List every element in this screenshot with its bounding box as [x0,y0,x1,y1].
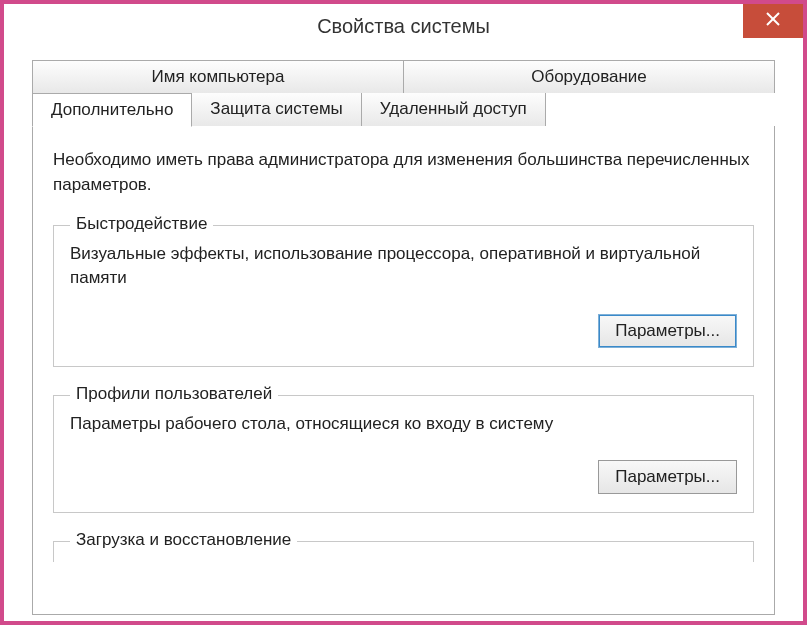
advanced-panel: Необходимо иметь права администратора дл… [32,126,775,615]
performance-legend: Быстродействие [70,214,213,234]
user-profiles-group: Профили пользователей Параметры рабочего… [53,395,754,513]
profiles-button-row: Параметры... [70,460,737,494]
tab-system-protection[interactable]: Защита системы [192,93,361,127]
window-title: Свойства системы [317,15,490,38]
titlebar: Свойства системы [4,4,803,48]
tab-remote[interactable]: Удаленный доступ [362,93,546,127]
performance-description: Визуальные эффекты, использование процес… [70,242,737,290]
content-area: Имя компьютера Оборудование Дополнительн… [4,48,803,621]
profiles-settings-button[interactable]: Параметры... [598,460,737,494]
admin-rights-note: Необходимо иметь права администратора дл… [53,148,754,197]
tab-computer-name[interactable]: Имя компьютера [32,60,403,93]
tab-advanced[interactable]: Дополнительно [32,93,192,127]
bottom-tab-row: Дополнительно Защита системы Удаленный д… [32,93,775,127]
close-button[interactable] [743,4,803,38]
close-icon [765,11,781,32]
startup-recovery-group: Загрузка и восстановление [53,541,754,562]
performance-settings-button[interactable]: Параметры... [598,314,737,348]
startup-legend: Загрузка и восстановление [70,530,297,550]
performance-button-row: Параметры... [70,314,737,348]
profiles-legend: Профили пользователей [70,384,278,404]
performance-group: Быстродействие Визуальные эффекты, испол… [53,225,754,367]
system-properties-window: Свойства системы Имя компьютера Оборудов… [4,4,803,621]
top-tab-row: Имя компьютера Оборудование [32,60,775,93]
tab-hardware[interactable]: Оборудование [403,60,775,93]
profiles-description: Параметры рабочего стола, относящиеся ко… [70,412,737,436]
